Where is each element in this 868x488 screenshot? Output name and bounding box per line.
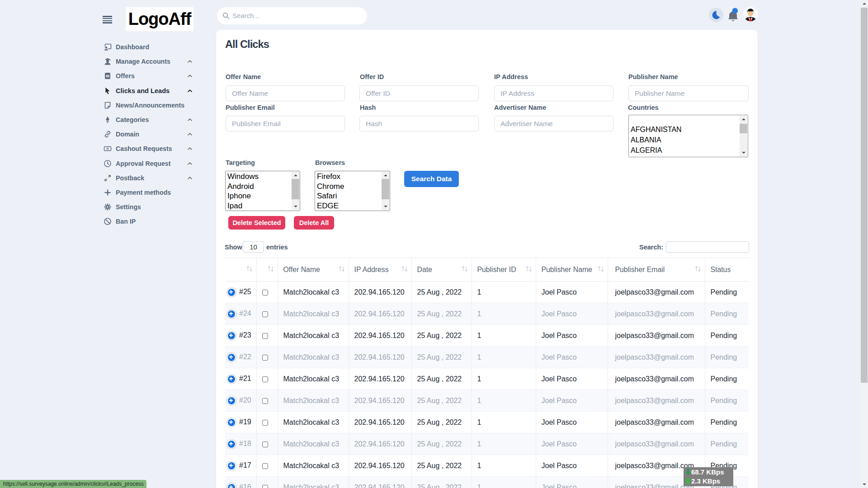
svg-text:$: $ [107, 147, 108, 150]
